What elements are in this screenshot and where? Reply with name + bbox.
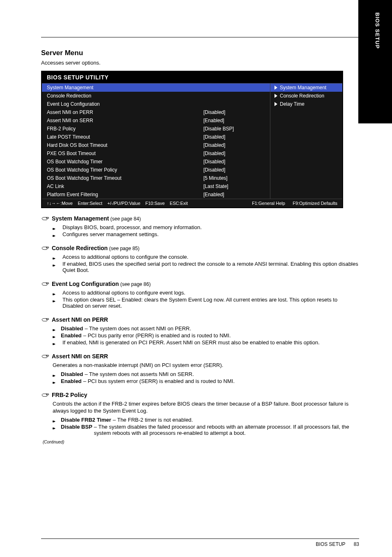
osd-row[interactable]: OS Boot Watchdog Timer Timeout[5 Minutes… [42, 174, 270, 182]
setting-option: Disabled – The system does not assert NM… [53, 325, 359, 332]
osd-row[interactable]: FRB-2 Policy[Disable BSP] [42, 125, 270, 133]
setting-item-title: Console Redirection (see page 85) [52, 245, 140, 251]
double-arrow-icon [53, 340, 61, 346]
option-desc: – PCI bus system error (SERR) is enabled… [83, 378, 235, 384]
double-arrow-icon [53, 290, 61, 297]
osd-row[interactable]: PXE OS Boot Timeout[Disabled] [42, 149, 270, 158]
osd-row[interactable]: Event Log Configuration [42, 100, 270, 108]
double-arrow-icon [53, 297, 61, 304]
option-desc: Access to additional options to configur… [62, 290, 185, 296]
osd-footer: ↑↓→←:Move Enter:Select +/-/PU/PD:Value F… [42, 199, 342, 207]
osd-help-label: Console Redirection [280, 93, 324, 99]
osd-row[interactable]: OS Boot Watchdog Timer Policy[Disabled] [42, 166, 270, 174]
osd-footer-left: ↑↓→←:Move Enter:Select +/-/PU/PD:Value F… [47, 201, 188, 206]
setting-option: If enabled, BIOS uses the specified seri… [53, 260, 359, 274]
osd-row-value [203, 93, 265, 99]
osd-row-label: FRB-2 Policy [47, 126, 203, 132]
osd-row[interactable]: AC Link[Last State] [42, 182, 270, 190]
osd-row-value: [Enabled] [203, 118, 265, 123]
section-title: Server Menu [41, 49, 359, 57]
option-label: Enabled [61, 378, 82, 384]
osd-row-label: Assert NMI on PERR [47, 109, 203, 115]
osd-row-value: [Disabled] [203, 151, 265, 156]
option-desc: Displays BIOS, board, processor, and mem… [62, 224, 202, 230]
page: BIOS SETUP Server Menu Accesses server o… [0, 0, 392, 557]
triangle-icon [274, 94, 277, 98]
osd-help-item[interactable]: System Management [270, 84, 342, 92]
option-desc: – The system disables the failed process… [94, 424, 359, 436]
osd-row-label: Platform Event Filtering [47, 192, 203, 197]
osd-row[interactable]: Assert NMI on SERR[Enabled] [42, 116, 270, 125]
setting-option: If enabled, NMI is generated on PCI PERR… [53, 339, 359, 346]
option-label: Disabled [61, 371, 83, 377]
osd-title: BIOS SETUP UTILITY [42, 72, 342, 83]
triangle-icon [274, 86, 277, 90]
footer-section: BIOS SETUP [316, 541, 346, 547]
osd-row-value: [5 Minutes] [203, 175, 265, 181]
osd-help-label: Delay Time [280, 101, 304, 107]
setting-item-ref: (see page 86) [119, 281, 150, 287]
option-label: Enabled [61, 332, 82, 339]
osd-row-label: Event Log Configuration [47, 101, 203, 107]
double-arrow-icon [53, 372, 61, 378]
osd-row[interactable]: OS Boot Watchdog Timer[Disabled] [42, 158, 270, 166]
bios-osd: BIOS SETUP UTILITY System ManagementCons… [41, 71, 343, 208]
osd-row-label: AC Link [47, 183, 203, 189]
setting-item: Console Redirection (see page 85)Access … [41, 244, 359, 274]
setting-option: Disabled – The system does not asserts N… [53, 371, 359, 378]
setting-item: Assert NMI on SERRGenerates a non-maskab… [41, 352, 359, 385]
osd-row-value [203, 101, 265, 107]
pointer-icon [41, 353, 48, 361]
osd-row[interactable]: Platform Event Filtering[Enabled] [42, 190, 270, 199]
setting-option: Disable FRB2 Timer – The FRB-2 timer is … [53, 416, 359, 423]
osd-row[interactable]: Late POST Timeout[Disabled] [42, 133, 270, 141]
setting-item-head: Assert NMI on PERR [41, 315, 359, 323]
osd-row-label: System Management [47, 85, 203, 91]
setting-item: FRB-2 PolicyControls the action if the F… [41, 390, 359, 436]
footer-page-number: 83 [354, 541, 359, 547]
double-arrow-icon [53, 333, 61, 339]
setting-item-title: Event Log Configuration (see page 86) [52, 281, 151, 287]
option-desc: – The system does not asserts NMI on SER… [85, 371, 194, 377]
option-desc: – PCI bus parity error (PERR) is enabled… [83, 332, 231, 339]
option-desc: – The FRB-2 timer is not enabled. [113, 417, 193, 423]
osd-help-item[interactable]: Delay Time [270, 100, 342, 108]
header-rule [41, 37, 359, 37]
side-tab-label: BIOS SETUP [374, 12, 380, 49]
setting-option: Configures server management settings. [53, 231, 359, 238]
option-desc: If enabled, NMI is generated on PCI PERR… [62, 339, 320, 346]
option-label: Disable FRB2 Timer [61, 417, 111, 423]
setting-item-head: Assert NMI on SERR [41, 352, 359, 360]
setting-item-head: Event Log Configuration (see page 86) [41, 279, 359, 288]
osd-row[interactable]: Console Redirection [42, 92, 270, 100]
double-arrow-icon [53, 232, 61, 238]
setting-item-head: System Management (see page 84) [41, 214, 359, 222]
osd-row-label: Hard Disk OS Boot Timeout [47, 142, 203, 148]
osd-row-value: [Disabled] [203, 167, 265, 173]
double-arrow-icon [53, 425, 61, 431]
osd-row[interactable]: System Management [42, 84, 270, 92]
continued-label: (Continued) [43, 440, 359, 444]
osd-help-label: System Management [280, 85, 326, 91]
option-desc: Access to additional options to configur… [62, 254, 188, 260]
option-desc: If enabled, BIOS uses the specified seri… [62, 261, 359, 273]
option-desc: – The system does not assert NMI on PERR… [85, 325, 191, 332]
osd-row-label: PXE OS Boot Timeout [47, 151, 203, 156]
osd-row-value: [Enabled] [203, 192, 265, 197]
setting-item: Event Log Configuration (see page 86)Acc… [41, 279, 359, 309]
osd-row[interactable]: Assert NMI on PERR[Disabled] [42, 108, 270, 116]
osd-row-label: Console Redirection [47, 93, 203, 99]
double-arrow-icon [53, 225, 61, 231]
osd-row-label: OS Boot Watchdog Timer [47, 159, 203, 165]
osd-row[interactable]: Hard Disk OS Boot Timeout[Disabled] [42, 141, 270, 149]
osd-help-item[interactable]: Console Redirection [270, 92, 342, 100]
setting-item-title: System Management (see page 84) [52, 215, 141, 222]
section-subtitle: Accesses server options. [41, 60, 359, 66]
double-arrow-icon [53, 326, 61, 332]
pointer-icon [41, 392, 48, 400]
pointer-icon [41, 245, 48, 253]
setting-item-ref: (see page 85) [108, 246, 139, 251]
setting-option: Access to additional options to configur… [53, 253, 359, 260]
pointer-icon [41, 215, 48, 223]
setting-item-title: Assert NMI on SERR [52, 353, 108, 360]
